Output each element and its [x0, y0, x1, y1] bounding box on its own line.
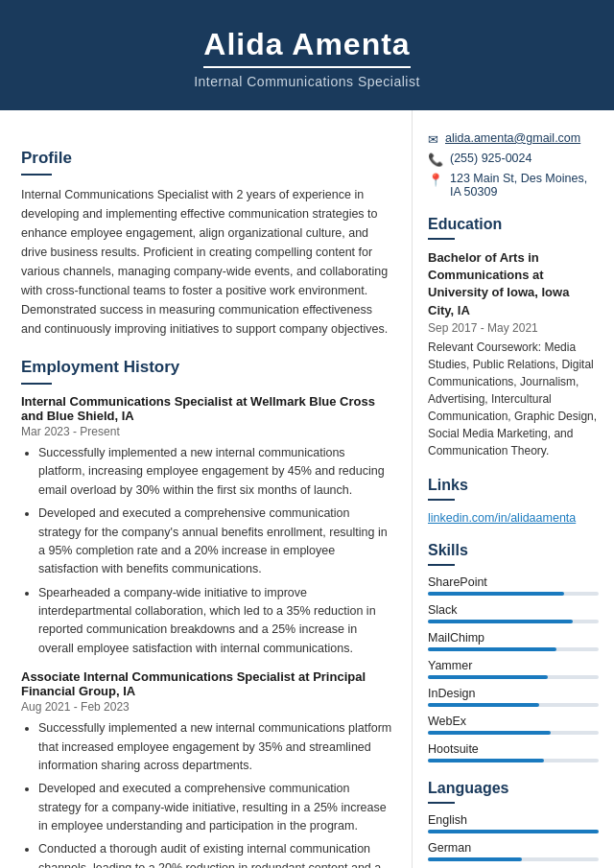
skills-list: SharePointSlackMailChimpYammerInDesignWe…: [428, 575, 599, 762]
language-bar-fill: [428, 830, 599, 833]
skill-item: InDesign: [428, 687, 599, 707]
skill-bar-bg: [428, 703, 599, 707]
job-bullets: Successfully implemented a new internal …: [21, 444, 392, 658]
profile-section: Profile Internal Communications Speciali…: [21, 149, 392, 339]
skills-divider: [428, 564, 455, 566]
job-bullet: Successfully implemented a new internal …: [38, 719, 392, 775]
language-item: English: [428, 813, 599, 833]
language-bar-bg: [428, 857, 599, 861]
job-title: Associate Internal Communications Specia…: [21, 669, 392, 698]
email-link[interactable]: alida.amenta@gmail.com: [445, 131, 580, 145]
skill-name: SharePoint: [428, 575, 599, 589]
candidate-name: Alida Amenta: [203, 27, 410, 68]
languages-section: Languages EnglishGerman: [428, 780, 599, 861]
contact-address: 📍 123 Main St, Des Moines, IA 50309: [428, 172, 599, 199]
employment-section: Employment History Internal Communicatio…: [21, 358, 392, 868]
job-bullets: Successfully implemented a new internal …: [21, 719, 392, 868]
profile-text: Internal Communications Specialist with …: [21, 185, 392, 339]
skill-name: Slack: [428, 603, 599, 617]
languages-title: Languages: [428, 780, 599, 797]
language-bar-fill: [428, 857, 522, 861]
skill-bar-bg: [428, 647, 599, 651]
employment-divider: [21, 383, 52, 385]
skill-bar-bg: [428, 620, 599, 623]
skill-item: MailChimp: [428, 631, 599, 651]
email-icon: ✉: [428, 132, 438, 147]
education-title: Education: [428, 216, 599, 233]
right-column: ✉ alida.amenta@gmail.com 📞 (255) 925-002…: [413, 110, 614, 868]
skill-bar-bg: [428, 592, 599, 596]
jobs-list: Internal Communications Specialist at We…: [21, 394, 392, 868]
job-title: Internal Communications Specialist at We…: [21, 394, 392, 423]
job-bullet: Developed and executed a comprehensive c…: [38, 780, 392, 835]
edu-dates: Sep 2017 - May 2021: [428, 321, 599, 335]
skill-name: MailChimp: [428, 631, 599, 645]
skill-bar-bg: [428, 731, 599, 735]
candidate-title: Internal Communications Specialist: [19, 74, 595, 89]
skill-item: Slack: [428, 603, 599, 623]
skill-bar-fill: [428, 620, 573, 623]
contact-email: ✉ alida.amenta@gmail.com: [428, 131, 599, 147]
contact-section: ✉ alida.amenta@gmail.com 📞 (255) 925-002…: [428, 131, 599, 199]
language-item: German: [428, 841, 599, 861]
job-bullet: Spearheaded a company-wide initiative to…: [38, 584, 392, 659]
job-bullet: Developed and executed a comprehensive c…: [38, 504, 392, 579]
skill-bar-fill: [428, 592, 564, 596]
edu-degree: Bachelor of Arts in Communications at Un…: [428, 249, 599, 319]
skill-bar-bg: [428, 759, 599, 762]
skill-bar-fill: [428, 703, 539, 707]
skill-bar-fill: [428, 731, 551, 735]
employment-title: Employment History: [21, 358, 392, 377]
links-section: Links linkedin.com/in/alidaamenta: [428, 477, 599, 525]
links-title: Links: [428, 477, 599, 494]
phone-icon: 📞: [428, 152, 443, 167]
skill-item: SharePoint: [428, 575, 599, 596]
language-bar-bg: [428, 830, 599, 833]
education-section: Education Bachelor of Arts in Communicat…: [428, 216, 599, 459]
links-divider: [428, 499, 455, 501]
resume-header: Alida Amenta Internal Communications Spe…: [0, 0, 614, 110]
contact-phone: 📞 (255) 925-0024: [428, 152, 599, 167]
job-dates: Aug 2021 - Feb 2023: [21, 700, 392, 714]
skill-name: Hootsuite: [428, 742, 599, 756]
language-name: English: [428, 813, 599, 827]
skill-item: WebEx: [428, 715, 599, 735]
job-bullet: Successfully implemented a new internal …: [38, 444, 392, 500]
job-bullet: Conducted a thorough audit of existing i…: [38, 840, 392, 868]
profile-title: Profile: [21, 149, 392, 168]
skill-name: Yammer: [428, 659, 599, 672]
skill-item: Yammer: [428, 659, 599, 679]
job-item: Internal Communications Specialist at We…: [21, 394, 392, 658]
skill-bar-fill: [428, 675, 548, 679]
skill-item: Hootsuite: [428, 742, 599, 762]
address-text: 123 Main St, Des Moines, IA 50309: [450, 172, 599, 199]
education-divider: [428, 238, 455, 240]
skill-name: WebEx: [428, 715, 599, 728]
location-icon: 📍: [428, 173, 443, 187]
language-name: German: [428, 841, 599, 855]
coursework-text: Media Studies, Public Relations, Digital…: [428, 340, 597, 457]
left-column: Profile Internal Communications Speciali…: [0, 110, 413, 868]
skills-section: Skills SharePointSlackMailChimpYammerInD…: [428, 542, 599, 762]
main-layout: Profile Internal Communications Speciali…: [0, 110, 614, 868]
languages-list: EnglishGerman: [428, 813, 599, 861]
skill-name: InDesign: [428, 687, 599, 700]
skills-title: Skills: [428, 542, 599, 559]
job-item: Associate Internal Communications Specia…: [21, 669, 392, 868]
phone-text: (255) 925-0024: [450, 152, 531, 165]
coursework-label: Relevant Coursework:: [428, 340, 541, 354]
skill-bar-bg: [428, 675, 599, 679]
edu-coursework: Relevant Coursework: Media Studies, Publ…: [428, 339, 599, 459]
skill-bar-fill: [428, 759, 544, 762]
skill-bar-fill: [428, 647, 556, 651]
profile-divider: [21, 174, 52, 176]
job-dates: Mar 2023 - Present: [21, 425, 392, 438]
languages-divider: [428, 802, 455, 804]
links-list: linkedin.com/in/alidaamenta: [428, 510, 599, 525]
resume-link[interactable]: linkedin.com/in/alidaamenta: [428, 511, 576, 525]
